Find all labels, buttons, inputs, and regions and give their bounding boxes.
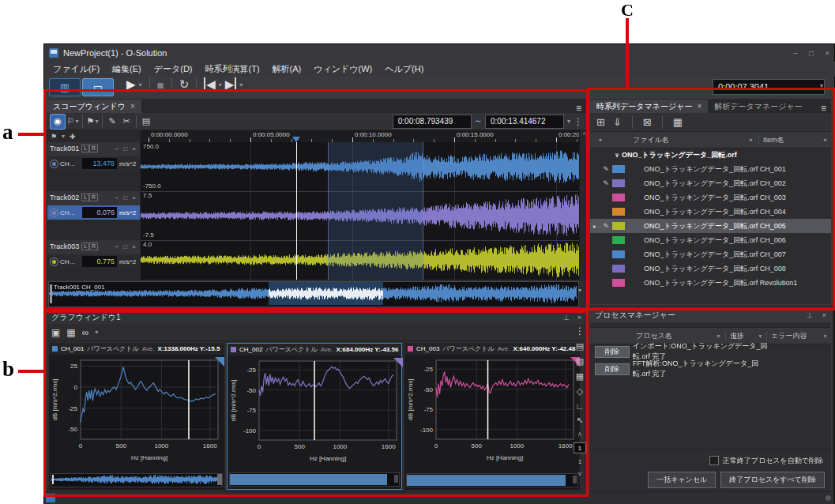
overview-strip[interactable]: Track001 CH_001	[48, 281, 579, 307]
channel-row[interactable]: CH…13.478m/s^2	[47, 156, 140, 171]
data-row-CH_004[interactable]: ONO_トラッキングデータ_回転.orf CH_004	[590, 205, 831, 219]
link-dropdown-icon[interactable]: ▾	[95, 329, 98, 336]
crosshair-icon[interactable]: ✚	[70, 133, 76, 141]
cube-icon[interactable]: ◇	[577, 386, 583, 397]
axes-3d-icon[interactable]: ∟	[576, 401, 585, 411]
play-button[interactable]: ▶	[126, 77, 136, 92]
filter-icon[interactable]: ▼	[748, 137, 754, 143]
save-image-button[interactable]: ▣	[51, 327, 60, 338]
menu-item-0[interactable]: ファイル(F)	[47, 62, 105, 76]
spectrum-plot[interactable]: -25-50-75-100050010001600Hz [Hanning]dB …	[228, 356, 403, 472]
track-header-Track003[interactable]: Track003LR− □ ×CH…0.775m/s^2	[47, 240, 140, 269]
column-filename[interactable]: ファイル名▼	[633, 135, 758, 145]
skip-forward-dropdown-icon[interactable]: ▾	[239, 81, 243, 88]
selection-end-input[interactable]: 0:00:13.414672	[485, 115, 564, 129]
time-selection-overlay[interactable]	[328, 142, 423, 280]
filter-icon[interactable]: ▼	[822, 333, 828, 339]
lr-buttons[interactable]: LR	[81, 243, 98, 250]
chart-scroll-strip[interactable]	[406, 473, 578, 487]
channel-r-button[interactable]: R	[89, 243, 98, 250]
dropdown-icon[interactable]: ▾	[62, 133, 65, 140]
channel-r-button[interactable]: R	[89, 194, 98, 201]
play-dropdown-icon[interactable]: ▾	[139, 81, 142, 88]
list-button[interactable]: ▤	[139, 115, 153, 129]
close-icon[interactable]: ×	[822, 311, 826, 319]
timeline-ruler[interactable]: 0:00:00.00000:00:05.00000:00:10.00000:00…	[141, 130, 579, 143]
tab-analysis-data-manager[interactable]: 解析データマネージャー	[708, 100, 808, 113]
image-icon[interactable]: ▨	[576, 356, 584, 367]
data-row-CH_003[interactable]: ONO_トラッキングデータ_回転.orf CH_003	[590, 190, 831, 205]
pin-icon[interactable]: ⊥	[807, 311, 813, 319]
track-window-icons[interactable]: − □ ×	[115, 194, 137, 201]
lr-buttons[interactable]: LR	[81, 194, 98, 201]
auto-delete-checkbox[interactable]	[709, 456, 719, 465]
channel-r-button[interactable]: R	[89, 145, 98, 152]
data-row-Revolution1[interactable]: ONO_トラッキングデータ_回転.orf Revolution1	[590, 276, 831, 290]
track-window-icons[interactable]: − □ ×	[115, 243, 137, 250]
column-itemname[interactable]: Item名▼	[758, 135, 831, 145]
cancel-all-button[interactable]: 一括キャンセル	[648, 472, 716, 488]
filter-icon[interactable]: ▼	[822, 137, 828, 143]
filter-icon[interactable]: ▼	[716, 333, 721, 339]
stop-button[interactable]: ■	[157, 78, 164, 92]
skip-forward-button[interactable]: ▶	[225, 77, 237, 92]
overview-dropdown-icon[interactable]: ▾	[578, 287, 581, 294]
delete-finished-button[interactable]: 終了プロセスをすべて削除	[720, 472, 825, 488]
close-icon[interactable]: ×	[577, 314, 581, 322]
filter-icon[interactable]: ▼	[590, 137, 611, 143]
radio-icon[interactable]	[47, 258, 60, 266]
channel-row[interactable]: CH…0.076m/s^2	[47, 205, 140, 220]
data-row-CH_005[interactable]: ▸✎ONO_トラッキングデータ_回転.orf CH_005	[590, 219, 831, 233]
scrollbar-thumb[interactable]	[230, 474, 387, 485]
menu-item-1[interactable]: 編集(E)	[107, 62, 147, 76]
grid-icon[interactable]: ▦	[673, 116, 683, 128]
scope-scrollbar[interactable]: ∧	[579, 130, 589, 280]
tab-timeseries-data-manager[interactable]: 時系列データマネージャー ×	[590, 100, 708, 113]
lr-buttons[interactable]: LR	[81, 145, 98, 152]
track-header-Track001[interactable]: Track001LR− □ ×CH…13.478m/s^2	[47, 142, 140, 171]
selection-start-input[interactable]: 0:00:08.793439	[393, 115, 472, 129]
delete-process-button[interactable]: 削除	[595, 346, 630, 358]
graph-view-toggle-button[interactable]: ▭	[82, 78, 114, 96]
close-button[interactable]: ×	[825, 49, 829, 58]
menu-item-6[interactable]: ヘルプ(H)	[379, 62, 429, 76]
master-time-dropdown-icon[interactable]: ▾	[820, 82, 823, 89]
minimize-button[interactable]: −	[793, 49, 798, 58]
tab-scope-window[interactable]: スコープウィンドウ ×	[47, 100, 141, 113]
scroll-up-icon[interactable]: ∧	[582, 130, 586, 136]
data-row-CH_008[interactable]: ONO_トラッキングデータ_回転.orf CH_008	[590, 261, 831, 276]
delete-icon[interactable]: ⊠	[643, 116, 652, 128]
scrollbar-thumb[interactable]	[407, 475, 566, 486]
import-icon[interactable]: ⇓	[613, 116, 622, 128]
menu-item-4[interactable]: 解析(A)	[267, 62, 307, 76]
master-time-input[interactable]: 0:00:07.3041	[713, 79, 825, 95]
filter-icon[interactable]: ▼	[758, 333, 763, 339]
skip-back-dropdown-icon[interactable]: ▾	[219, 81, 222, 88]
channel-l-button[interactable]: L	[81, 145, 89, 152]
data-row-CH_001[interactable]: ✎ONO_トラッキングデータ_回転.orf CH_001	[590, 162, 831, 176]
chart-panel-CH_001[interactable]: CH_001パワースペクトルAve.X:1338.000Hz Y:-15.525…	[49, 343, 224, 490]
chart-panel-CH_002[interactable]: CH_002パワースペクトルAve.X:684.000Hz Y:-43.56-2…	[227, 343, 402, 490]
page-down-icon[interactable]: ∨	[577, 470, 582, 477]
data-row-CH_007[interactable]: ONO_トラッキングデータ_回転.orf CH_007	[590, 247, 831, 261]
grid-layout-button[interactable]: ▦	[66, 327, 75, 338]
strip-handle-right[interactable]	[217, 474, 222, 485]
column-error[interactable]: エラー内容▼	[766, 331, 831, 341]
delete-process-button[interactable]: 削除	[595, 363, 630, 375]
channel-l-button[interactable]: L	[81, 243, 89, 250]
overview-scroll-handle[interactable]	[50, 284, 52, 303]
track-header-Track002[interactable]: Track002LR− □ ×CH…0.076m/s^2	[47, 191, 140, 220]
pin-icon[interactable]: ⊥	[563, 314, 570, 322]
data-row-CH_006[interactable]: ONO_トラッキングデータ_回転.orf CH_006	[590, 233, 831, 247]
column-progress[interactable]: 進捗▼	[725, 331, 766, 341]
scope-view-toggle-button[interactable]: ▥	[49, 78, 81, 96]
flag-button[interactable]: ⚑▾	[85, 115, 100, 129]
select-cursor-icon[interactable]: ↖	[576, 416, 583, 426]
radio-icon[interactable]	[47, 209, 60, 217]
menu-item-5[interactable]: ウィンドウ(W)	[308, 62, 378, 76]
report-icon[interactable]: ▤	[576, 341, 584, 352]
playhead-marker[interactable]	[292, 137, 300, 142]
marker-button[interactable]: ⚐▾	[66, 115, 80, 129]
spectrum-plot[interactable]: -25-50-75-100050010001600Hz [Hanning]dB …	[404, 355, 580, 471]
hamburger-icon[interactable]: ≡	[821, 103, 826, 113]
